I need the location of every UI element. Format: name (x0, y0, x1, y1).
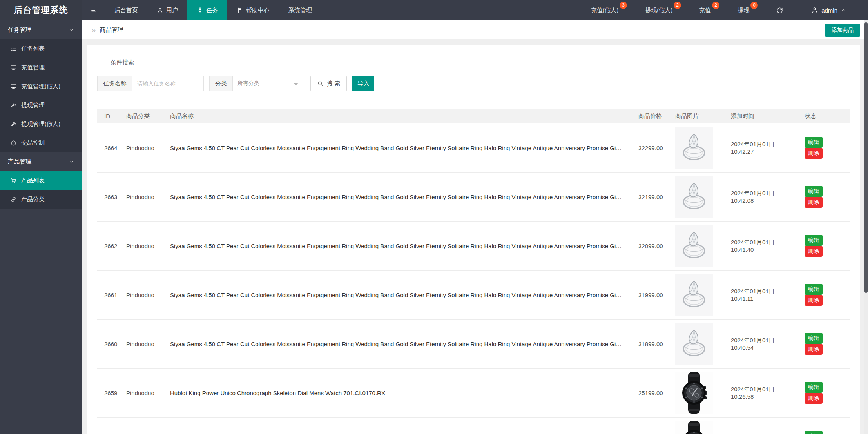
sidebar-item-task-list[interactable]: 任务列表 (0, 39, 82, 58)
edit-button[interactable]: 编辑 (805, 137, 823, 148)
sidebar-item-withdraw-management[interactable]: 提现管理 (0, 96, 82, 114)
ring-image (675, 225, 713, 267)
product-price: 31999.00 (634, 292, 671, 298)
ring-image (675, 127, 713, 169)
table-row: 2663 Pinduoduo Siyaa Gems 4.50 CT Pear C… (97, 173, 850, 222)
delete-button[interactable]: 删除 (805, 295, 823, 306)
product-name: Siyaa Gems 4.50 CT Pear Cut Colorless Mo… (166, 145, 634, 151)
product-table: ID 商品分类 商品名称 商品价格 商品图片 添加时间 状态 2664 Pind… (97, 109, 850, 434)
link-icon (10, 196, 17, 203)
product-image (675, 421, 713, 434)
product-id: 2664 (97, 145, 122, 151)
notice-badge: 0 (750, 2, 758, 9)
product-image (675, 372, 713, 414)
search-fieldset: 条件搜索 (97, 62, 850, 62)
username: admin (821, 7, 837, 14)
product-id: 2663 (97, 194, 122, 200)
notice-withdraw[interactable]: 提现 0 (738, 0, 758, 20)
import-button[interactable]: 导入 (352, 76, 374, 91)
add-product-button[interactable]: 添加商品 (825, 24, 860, 37)
product-price: 32199.00 (634, 194, 671, 200)
edit-button[interactable]: 编辑 (805, 333, 823, 344)
scrollbar-track[interactable] (864, 20, 868, 434)
notice-recharge-fake[interactable]: 充值(假人) 3 (591, 0, 627, 20)
table-row: 2661 Pinduoduo Siyaa Gems 4.50 CT Pear C… (97, 271, 850, 320)
header-right: 充值(假人) 3 提现(假人) 2 充值 2 提现 0 admin (591, 0, 868, 20)
column-header-status: 状态 (801, 113, 850, 120)
sidebar-section-task-management[interactable]: 任务管理 (0, 20, 82, 39)
product-category: Pinduoduo (122, 292, 166, 298)
ring-image (675, 274, 713, 316)
refresh-button[interactable] (776, 7, 783, 14)
nav-item-tasks[interactable]: 任务 (187, 0, 227, 20)
delete-button[interactable]: 删除 (805, 246, 823, 257)
product-name: Siyaa Gems 4.50 CT Pear Cut Colorless Mo… (166, 243, 634, 249)
delete-button[interactable]: 删除 (805, 393, 823, 404)
table-header: ID 商品分类 商品名称 商品价格 商品图片 添加时间 状态 (97, 109, 850, 123)
notice-badge: 2 (674, 2, 681, 9)
gavel-icon (10, 121, 17, 127)
product-id: 2659 (97, 390, 122, 396)
column-header-time: 添加时间 (727, 113, 801, 120)
notice-withdraw-fake[interactable]: 提现(假人) 2 (645, 0, 681, 20)
sidebar-section-product-management[interactable]: 产品管理 (0, 152, 82, 171)
product-name: Hublot King Power Unico Chronograph Skel… (166, 390, 634, 396)
table-body: 2664 Pinduoduo Siyaa Gems 4.50 CT Pear C… (97, 123, 850, 434)
sidebar-item-product-category[interactable]: 产品分类 (0, 190, 82, 209)
chevron-down-icon (69, 27, 74, 33)
ring-image (675, 176, 713, 218)
edit-button[interactable]: 编辑 (805, 186, 823, 197)
gauge-icon (10, 140, 17, 146)
app-logo: 后台管理系统 (0, 0, 82, 20)
delete-button[interactable]: 删除 (805, 148, 823, 159)
product-image (675, 176, 713, 218)
product-price: 32299.00 (634, 145, 671, 151)
search-legend: 条件搜索 (106, 58, 139, 66)
list-icon (10, 45, 17, 52)
sidebar-item-recharge-management-fake[interactable]: 充值管理(假人) (0, 77, 82, 96)
product-image (675, 274, 713, 316)
column-header-name: 商品名称 (166, 113, 634, 120)
sidebar-section-items: 产品列表 产品分类 (0, 171, 82, 209)
user-menu[interactable]: admin (799, 0, 846, 20)
sidebar-item-product-list[interactable]: 产品列表 (0, 171, 82, 190)
edit-button[interactable]: 编辑 (805, 284, 823, 295)
product-added-time: 2024年01月01日 10:41:11 (727, 288, 801, 302)
scrollbar-thumb[interactable] (864, 22, 868, 293)
notice-recharge[interactable]: 充值 2 (699, 0, 719, 20)
edit-button[interactable]: 编辑 (805, 431, 823, 434)
delete-button[interactable]: 删除 (805, 344, 823, 355)
sidebar-section-items: 任务列表 充值管理 充值管理(假人) 提现管理 提现管理(假人) 交易控制 (0, 39, 82, 152)
nav-item-users[interactable]: 用户 (147, 0, 187, 20)
task-name-input[interactable] (132, 76, 204, 91)
watch-image (675, 372, 713, 414)
search-button[interactable]: 搜 索 (310, 76, 347, 91)
nav-item-system[interactable]: 系统管理 (279, 0, 321, 20)
breadcrumb: 商品管理 (100, 26, 123, 34)
product-category: Pinduoduo (122, 145, 166, 151)
task-name-label: 任务名称 (97, 76, 132, 91)
product-category: Pinduoduo (122, 194, 166, 200)
category-group: 分类 所有分类 (209, 76, 303, 91)
product-price: 32099.00 (634, 243, 671, 249)
table-row: 2662 Pinduoduo Siyaa Gems 4.50 CT Pear C… (97, 222, 850, 271)
watch-image (675, 421, 713, 434)
product-category: Pinduoduo (122, 243, 166, 249)
edit-button[interactable]: 编辑 (805, 235, 823, 246)
product-added-time: 2024年01月01日 10:42:27 (727, 141, 801, 155)
collapse-menu-button[interactable] (82, 0, 105, 20)
delete-button[interactable]: 删除 (805, 197, 823, 208)
edit-button[interactable]: 编辑 (805, 382, 823, 393)
sidebar-item-withdraw-management-fake[interactable]: 提现管理(假人) (0, 114, 82, 133)
monitor-icon (10, 83, 17, 90)
nav-item-help-center[interactable]: 帮助中心 (227, 0, 279, 20)
product-category: Pinduoduo (122, 390, 166, 396)
category-select[interactable]: 所有分类 (233, 76, 303, 91)
sidebar-item-trade-control[interactable]: 交易控制 (0, 133, 82, 152)
nav-item-home[interactable]: 后台首页 (105, 0, 147, 20)
content-card: 条件搜索 任务名称 分类 所有分类 搜 索 导入 (87, 45, 860, 434)
product-image (675, 323, 713, 365)
column-header-category: 商品分类 (122, 113, 166, 120)
sidebar-item-recharge-management[interactable]: 充值管理 (0, 58, 82, 77)
table-row: 2664 Pinduoduo Siyaa Gems 4.50 CT Pear C… (97, 123, 850, 173)
